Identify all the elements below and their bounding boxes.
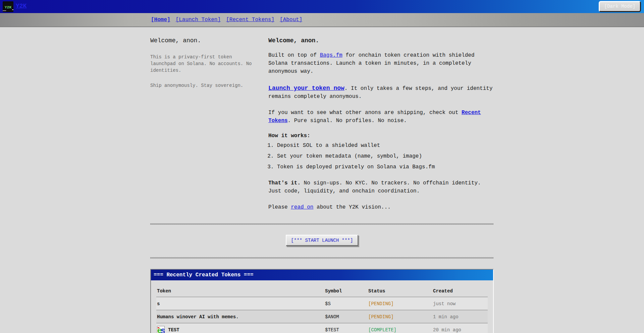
svg-text:Y2K: Y2K xyxy=(5,5,12,9)
svg-text:s: s xyxy=(161,326,165,333)
